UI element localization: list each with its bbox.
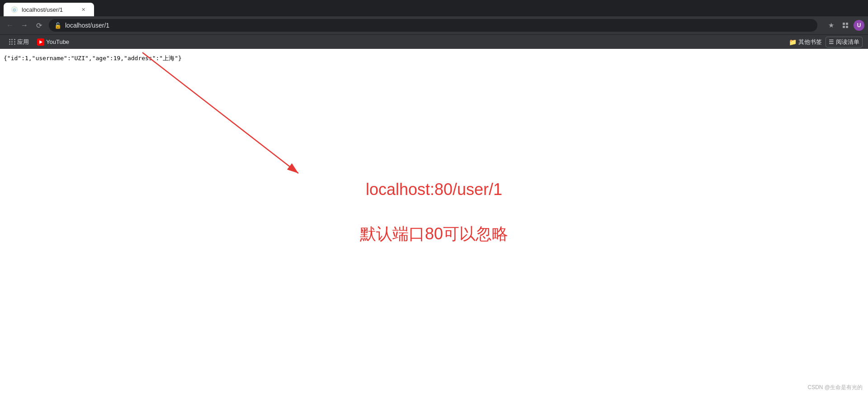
bookmarks-bar: 应用 YouTube 📁 其他书签 ☰ 阅读清单	[0, 34, 868, 49]
svg-rect-3	[846, 23, 848, 25]
tab-favicon: ⊙	[11, 6, 18, 13]
reader-mode-label: 阅读清单	[836, 38, 859, 46]
tab-bar: ⊙ localhost/user/1 ✕	[0, 0, 868, 16]
tab-title: localhost/user/1	[22, 6, 76, 13]
youtube-label: YouTube	[46, 38, 69, 45]
reader-mode-icon: ☰	[829, 38, 834, 45]
watermark: CSDN @生命是有光的	[807, 384, 863, 391]
apps-grid-icon	[9, 39, 15, 45]
nav-right-buttons: ★ U	[825, 19, 864, 32]
reader-mode-button[interactable]: ☰ 阅读清单	[826, 37, 863, 48]
address-bar[interactable]: 🔓 localhost/user/1	[49, 19, 817, 32]
page-content: {"id":1,"username":"UZI","age":19,"addre…	[0, 49, 868, 395]
json-response: {"id":1,"username":"UZI","age":19,"addre…	[4, 54, 182, 62]
other-bookmarks-button[interactable]: 📁 其他书签	[789, 38, 822, 46]
back-button[interactable]: ←	[4, 19, 16, 32]
svg-line-7	[142, 52, 298, 173]
lock-icon: 🔓	[54, 22, 61, 29]
apps-button[interactable]: 应用	[5, 36, 33, 48]
bookmarks-right: 📁 其他书签 ☰ 阅读清单	[789, 37, 863, 48]
apps-label: 应用	[17, 38, 29, 46]
url-text: localhost/user/1	[65, 22, 812, 29]
browser-window: ⊙ localhost/user/1 ✕ ← → ⟳ 🔓 localhost/u…	[0, 0, 868, 395]
nav-bar: ← → ⟳ 🔓 localhost/user/1 ★ U	[0, 16, 868, 34]
annotation-arrow	[0, 49, 868, 395]
extension-puzzle-button[interactable]	[839, 19, 852, 32]
svg-text:⊙: ⊙	[13, 8, 16, 12]
youtube-bookmark[interactable]: YouTube	[33, 37, 73, 48]
annotation-url-text: localhost:80/user/1	[366, 180, 502, 199]
annotation-note-text: 默认端口80可以忽略	[360, 223, 508, 245]
bookmark-star-button[interactable]: ★	[825, 19, 837, 32]
reload-button[interactable]: ⟳	[33, 19, 45, 32]
profile-button[interactable]: U	[854, 20, 864, 31]
youtube-favicon	[37, 38, 44, 46]
forward-button[interactable]: →	[18, 19, 31, 32]
active-tab[interactable]: ⊙ localhost/user/1 ✕	[4, 3, 94, 16]
svg-rect-2	[843, 23, 845, 25]
other-bookmarks-label: 其他书签	[798, 38, 822, 46]
svg-rect-5	[846, 26, 848, 28]
folder-icon: 📁	[789, 38, 797, 46]
tab-close-button[interactable]: ✕	[80, 6, 87, 13]
svg-rect-4	[843, 26, 845, 28]
